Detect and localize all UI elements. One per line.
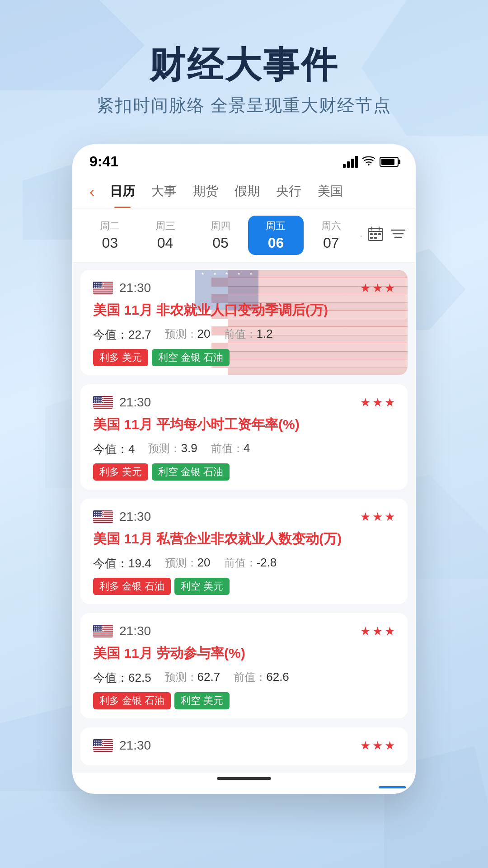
date-item-05[interactable]: 周四 05 (193, 216, 248, 255)
event-title-4: 美国 11月 劳动参与率(%) (93, 644, 395, 663)
us-flag-icon-3: ★★★★★★ ★★★★★ ★★★★★★ (93, 510, 113, 523)
svg-rect-14 (374, 233, 377, 235)
svg-text:★★★★★★: ★★★★★★ (94, 286, 105, 289)
tag-bearish-4: 利空 美元 (174, 692, 230, 709)
signal-icon (343, 156, 358, 168)
back-button[interactable]: ‹ (82, 175, 102, 208)
us-flag-icon-5: ★★★★★★ ★★★★★ ★★★★★★ (93, 739, 113, 752)
phone-frame: 9:41 (72, 144, 416, 794)
event-time-5: 21:30 (119, 738, 151, 753)
date-selector: 周二 03 周三 04 周四 05 周五 06 (73, 208, 415, 263)
event-tags-3: 利多 金银 石油 利空 美元 (93, 578, 395, 595)
svg-rect-48 (93, 519, 113, 520)
svg-text:★★★★★★: ★★★★★★ (94, 515, 105, 518)
home-indicator (217, 777, 271, 780)
event-card-5[interactable]: ★★★★★★ ★★★★★ ★★★★★★ 21:30 ★ ★ ★ (80, 727, 408, 765)
tag-bullish-4: 利多 金银 石油 (93, 692, 171, 709)
stars-rating-5: ★ ★ ★ (360, 739, 395, 753)
tab-usa[interactable]: 美国 (310, 175, 351, 208)
date-item-04[interactable]: 周三 04 (137, 216, 192, 255)
event-tags-2: 利多 美元 利空 金银 石油 (93, 463, 395, 481)
date-separator: · (359, 228, 363, 243)
tag-bullish-2: 利多 美元 (93, 463, 148, 481)
event-forecast-1: 预测：20 (165, 327, 211, 343)
svg-rect-49 (93, 521, 113, 522)
date-item-03[interactable]: 周二 03 (82, 216, 137, 255)
tab-events[interactable]: 大事 (143, 175, 185, 208)
us-flag-icon: ★★★★★★ ★★★★★ ★★★★★★ (93, 282, 113, 294)
tag-bearish-1: 利空 金银 石油 (152, 349, 230, 366)
page-subtitle: 紧扣时间脉络 全景呈现重大财经节点 (0, 94, 488, 117)
event-forecast-4: 预测：62.7 (165, 670, 221, 686)
tag-bearish-2: 利空 金银 石油 (152, 463, 230, 481)
svg-rect-70 (93, 748, 113, 749)
status-icons (343, 156, 399, 168)
wifi-icon (362, 156, 375, 168)
event-time-3: 21:30 (119, 509, 151, 524)
svg-text:★★★★★★: ★★★★★★ (94, 744, 105, 746)
tag-bullish-3: 利多 金银 石油 (93, 578, 171, 595)
event-time-2: 21:30 (119, 395, 151, 410)
tab-futures[interactable]: 期货 (185, 175, 226, 208)
nav-tabs: ‹ 日历 大事 期货 假期 央行 美国 (73, 175, 415, 208)
event-previous-1: 前值：1.2 (224, 327, 273, 343)
svg-rect-17 (374, 237, 377, 239)
scroll-indicator (379, 786, 406, 788)
status-time: 9:41 (89, 153, 118, 170)
svg-rect-27 (93, 292, 113, 293)
tab-calendar[interactable]: 日历 (102, 175, 143, 208)
event-title-3: 美国 11月 私营企业非农就业人数变动(万) (93, 529, 395, 548)
svg-rect-60 (93, 636, 113, 637)
date-item-06[interactable]: 周五 06 (248, 216, 303, 255)
us-flag-icon-4: ★★★★★★ ★★★★★ ★★★★★★ (93, 625, 113, 637)
calendar-icon[interactable] (368, 226, 383, 244)
event-card-4[interactable]: ★★★★★★ ★★★★★ ★★★★★★ 21:30 ★ ★ ★ 美国 11 (80, 613, 408, 718)
event-time-4: 21:30 (119, 624, 151, 638)
stars-rating-3: ★ ★ ★ (360, 510, 395, 524)
event-title-1: 美国 11月 非农就业人口变动季调后(万) (93, 301, 395, 320)
svg-text:★★★★★★: ★★★★★★ (94, 629, 105, 632)
svg-rect-16 (370, 237, 373, 239)
event-forecast-3: 预测：20 (165, 556, 211, 571)
svg-rect-38 (93, 407, 113, 408)
event-card-3[interactable]: ★★★★★★ ★★★★★ ★★★★★★ 21:30 ★ ★ ★ 美国 11 (80, 499, 408, 604)
event-current-3: 今值：19.4 (93, 556, 151, 571)
svg-rect-71 (93, 750, 113, 751)
tag-bearish-3: 利空 美元 (174, 578, 230, 595)
event-current-2: 今值：4 (93, 441, 135, 457)
event-tags-4: 利多 金银 石油 利空 美元 (93, 692, 395, 709)
status-bar: 9:41 (73, 145, 415, 175)
event-current-1: 今值：22.7 (93, 327, 151, 343)
event-time-1: 21:30 (119, 281, 151, 295)
svg-rect-59 (93, 633, 113, 634)
tab-central-bank[interactable]: 央行 (268, 175, 310, 208)
us-flag-icon-2: ★★★★★★ ★★★★★ ★★★★★★ (93, 396, 113, 409)
date-item-07[interactable]: 周六 07 (304, 216, 359, 255)
events-list: ★ ★ ★ ★ ★ (73, 263, 415, 773)
svg-rect-13 (370, 233, 373, 235)
svg-rect-37 (93, 405, 113, 406)
battery-icon (380, 157, 399, 167)
event-forecast-2: 预测：3.9 (148, 441, 197, 457)
svg-rect-26 (93, 290, 113, 291)
event-title-2: 美国 11月 平均每小时工资年率(%) (93, 415, 395, 434)
stars-rating-2: ★ ★ ★ (360, 396, 395, 410)
date-actions (363, 226, 406, 244)
filter-icon[interactable] (390, 227, 406, 243)
event-tags-1: 利多 美元 利空 金银 石油 (93, 349, 395, 366)
stars-rating-4: ★ ★ ★ (360, 624, 395, 638)
stars-rating-1: ★ ★ ★ (360, 281, 395, 295)
event-card-1[interactable]: ★ ★ ★ ★ ★ (80, 270, 408, 375)
svg-text:★★★★★★: ★★★★★★ (94, 401, 105, 403)
event-previous-4: 前值：62.6 (234, 670, 289, 686)
svg-point-8 (368, 164, 370, 165)
event-previous-2: 前值：4 (211, 441, 250, 457)
tag-bullish-usd-1: 利多 美元 (93, 349, 148, 366)
event-card-2[interactable]: ★★★★★★ ★★★★★ ★★★★★★ 21:30 ★ ★ ★ 美国 11 (80, 384, 408, 490)
page-title: 财经大事件 (0, 45, 488, 85)
tab-holidays[interactable]: 假期 (226, 175, 268, 208)
svg-rect-15 (378, 233, 381, 235)
event-previous-3: 前值：-2.8 (224, 556, 277, 571)
event-current-4: 今值：62.5 (93, 670, 151, 686)
